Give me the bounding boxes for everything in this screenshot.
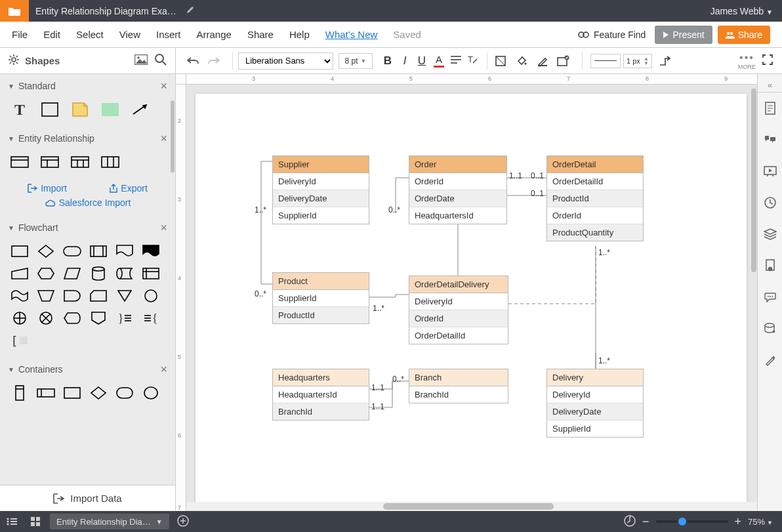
fc-merge[interactable] — [114, 288, 135, 304]
fc-hex[interactable] — [35, 266, 56, 281]
zoom-level[interactable]: 75%▼ — [748, 517, 773, 527]
entity-row[interactable]: DeliveryId — [409, 293, 508, 310]
fc-delay[interactable] — [62, 288, 83, 304]
entity-header[interactable]: Product — [273, 273, 369, 290]
entity-row[interactable]: ProductId — [273, 307, 369, 323]
ct-5[interactable] — [114, 385, 135, 401]
fc-decision[interactable] — [35, 243, 56, 259]
import-action[interactable]: Import — [28, 183, 67, 194]
fc-doc2[interactable] — [140, 243, 161, 259]
zoom-in-icon[interactable]: + — [735, 515, 742, 529]
fc-tape[interactable] — [9, 288, 30, 304]
entity-delivery[interactable]: Delivery DeliveryId DeliveryDate Supplie… — [546, 369, 644, 438]
menu-edit[interactable]: Edit — [43, 29, 60, 40]
horizontal-scrollbar[interactable] — [186, 502, 757, 511]
fc-sum[interactable] — [9, 310, 30, 326]
page-tab[interactable]: Entity Relationship Dia…▼ — [50, 514, 169, 529]
entity-header[interactable]: Branch — [409, 369, 508, 386]
align-icon[interactable] — [447, 54, 464, 68]
bold-icon[interactable]: B — [379, 54, 396, 68]
entity-product[interactable]: Product SupplierId ProductId — [272, 272, 369, 324]
menu-whats-new[interactable]: What's New — [325, 29, 378, 40]
zoom-slider[interactable] — [656, 520, 728, 523]
entity-row[interactable]: DeliveryId — [273, 173, 369, 190]
category-standard-header[interactable]: ▼Standard× — [0, 74, 175, 98]
vertical-scrollbar[interactable] — [749, 85, 757, 502]
er-table4[interactable] — [100, 154, 121, 170]
entity-header[interactable]: Headquarters — [273, 369, 369, 386]
ct-3[interactable] — [62, 385, 83, 401]
er-table3[interactable] — [70, 154, 91, 170]
menu-file[interactable]: File — [12, 29, 28, 40]
fc-internal[interactable] — [140, 266, 161, 281]
fc-terminator[interactable] — [62, 243, 83, 259]
fc-predef[interactable] — [88, 243, 109, 259]
italic-icon[interactable]: I — [396, 54, 413, 68]
menu-view[interactable]: View — [119, 29, 140, 40]
entity-row[interactable]: DeliveryDate — [547, 403, 643, 420]
entity-row[interactable]: ProductQuantity — [547, 224, 643, 241]
entity-branch[interactable]: Branch BranchId — [409, 369, 508, 403]
entity-header[interactable]: OrderDetail — [547, 156, 643, 173]
redo-icon[interactable] — [206, 53, 222, 69]
font-size-select[interactable]: 8 pt▼ — [339, 53, 373, 69]
fc-brace-r[interactable]: } — [114, 310, 135, 326]
outline-view-icon[interactable] — [0, 517, 24, 526]
grid-view-icon[interactable] — [24, 516, 47, 527]
data-icon[interactable] — [762, 321, 778, 337]
entity-orderdetaildelivery[interactable]: OrderDetailDelivery DeliveryId OrderId O… — [409, 276, 508, 344]
present-button[interactable]: Present — [655, 26, 712, 44]
user-menu[interactable]: James Webb▼ — [710, 6, 773, 16]
layers-icon[interactable] — [762, 226, 778, 242]
entity-row[interactable]: HeadquartersId — [273, 386, 369, 403]
edit-title-icon[interactable] — [186, 5, 195, 16]
entity-row[interactable]: OrderId — [409, 310, 508, 327]
document-title[interactable]: Entity Relationship Diagram Exa… — [35, 6, 176, 16]
entity-order[interactable]: Order OrderId OrderDate HeadquartersId — [409, 155, 507, 224]
share-button[interactable]: Share — [718, 26, 770, 44]
menu-arrange[interactable]: Arrange — [197, 29, 232, 40]
present-panel-icon[interactable] — [762, 163, 778, 179]
menu-share[interactable]: Share — [247, 29, 274, 40]
entity-row[interactable]: SupplierId — [273, 290, 369, 307]
fc-storage[interactable] — [114, 266, 135, 281]
text-shape[interactable]: T — [9, 102, 30, 117]
fc-doc[interactable] — [114, 243, 135, 259]
category-containers-header[interactable]: ▼Containers× — [0, 358, 175, 381]
zoom-out-icon[interactable]: − — [642, 515, 649, 529]
import-data-button[interactable]: Import Data — [0, 485, 175, 511]
rect-shape[interactable] — [39, 102, 60, 117]
ct-2[interactable] — [35, 385, 56, 401]
fc-or[interactable] — [35, 310, 56, 326]
entity-row[interactable]: OrderDetailId — [409, 327, 508, 344]
menu-insert[interactable]: Insert — [156, 29, 181, 40]
entity-supplier[interactable]: Supplier DeliveryId DeliveryDate Supplie… — [272, 155, 369, 224]
fc-offpage[interactable] — [88, 310, 109, 326]
font-select[interactable]: Liberation Sans — [238, 52, 333, 70]
fc-connector[interactable] — [140, 288, 161, 304]
fc-brace-l[interactable]: { — [140, 310, 161, 326]
chat-icon[interactable] — [762, 289, 778, 305]
history-icon[interactable] — [762, 195, 778, 211]
entity-header[interactable]: OrderDetailDelivery — [409, 276, 508, 293]
entity-row[interactable]: DeliveryDate — [273, 190, 369, 207]
ct-1[interactable] — [9, 385, 30, 401]
entity-row[interactable]: OrderId — [409, 173, 506, 190]
block-shape[interactable] — [100, 102, 121, 117]
entity-orderdetail[interactable]: OrderDetail OrderDetailId ProductId Orde… — [546, 155, 644, 241]
arrow-shape[interactable] — [130, 102, 151, 117]
entity-row[interactable]: SupplierId — [547, 420, 643, 437]
entity-header[interactable]: Order — [409, 156, 506, 173]
entity-row[interactable]: BranchId — [409, 386, 508, 403]
line-style-select[interactable] — [590, 54, 621, 68]
magic-icon[interactable] — [762, 352, 778, 368]
fc-manualinput[interactable] — [9, 266, 30, 281]
search-icon[interactable] — [154, 53, 167, 68]
page-settings-icon[interactable] — [762, 100, 778, 116]
close-icon[interactable]: × — [160, 363, 167, 377]
shape-fill-icon[interactable] — [493, 53, 508, 69]
fc-manualop[interactable] — [35, 288, 56, 304]
entity-row[interactable]: HeadquartersId — [409, 207, 506, 224]
text-color-icon[interactable]: A — [430, 54, 447, 68]
undo-icon[interactable] — [185, 53, 201, 69]
